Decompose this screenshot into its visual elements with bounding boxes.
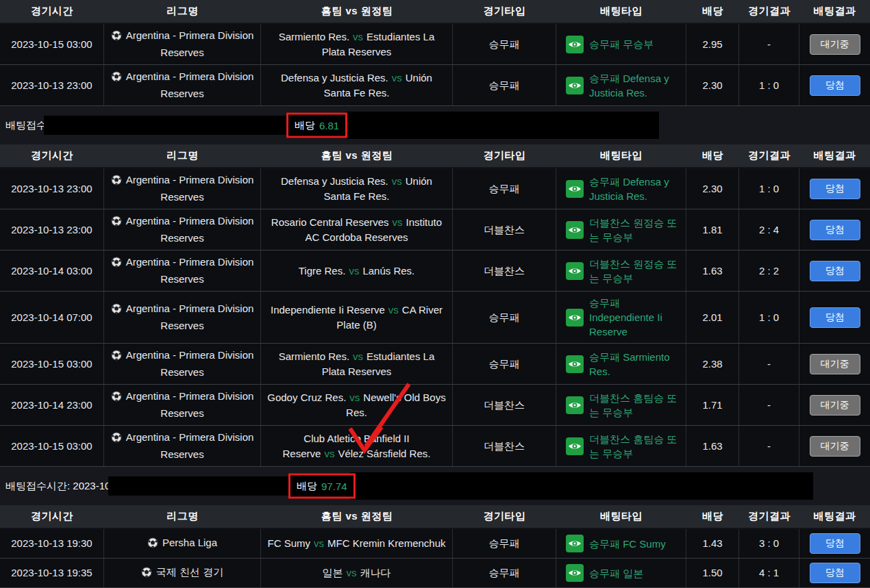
league-cell: 국제 친선 경기 [104,559,261,587]
match-time-cell: 2023-10-13 23:00 [0,168,104,209]
soccer-ball-icon [147,537,158,552]
game-type-cell: 승무패 [453,65,556,105]
column-header: 배팅결과 [799,144,870,167]
teams-cell: Club Atletico Banfield II ReservevsVélez… [261,426,453,466]
match-result-cell: - [739,426,799,466]
league-name: Argentina - Primera Division Reserves [126,256,254,285]
table-row: 2023-10-13 23:00 Argentina - Primera Div… [0,168,870,209]
bet-result-button[interactable]: 당첨 [810,75,860,96]
eye-icon[interactable] [566,36,584,53]
bet-type-text: 더블찬스 원정승 또는 무승부 [589,216,680,244]
total-odds-label: 배당 [295,119,315,132]
league-name: Argentina - Primera Division Reserves [126,71,254,99]
soccer-ball-icon [111,175,122,190]
bet-result-button[interactable]: 대기중 [810,354,860,374]
bet-result-button[interactable]: 당첨 [810,563,860,583]
bet-type-text: 더블찬스 원정승 또는 무승부 [589,257,680,285]
league-cell: Argentina - Primera Division Reserves [104,24,261,64]
eye-icon[interactable] [566,396,584,414]
bet-type-cell: 승무패 Independiente Ii Reserve [556,292,686,343]
league-name: Argentina - Primera Division Reserves [126,390,254,419]
league-name: Argentina - Primera Division Reserves [126,303,254,331]
column-header: 홈팀 vs 원정팀 [261,0,453,23]
bet-type-cell: 승무패 Sarmiento Res. [556,344,686,384]
column-header: 경기타입 [453,0,556,23]
column-header: 배팅결과 [799,0,870,23]
odds-cell: 2.01 [686,292,739,343]
league-name: Argentina - Primera Division Reserves [126,174,254,203]
bet-type-cell: 더블찬스 홈팀승 또는 무승부 [556,426,686,466]
league-cell: Argentina - Primera Division Reserves [104,292,261,343]
eye-icon[interactable] [566,262,584,280]
bet-result-cell: 당첨 [799,209,870,250]
table-footer: 배팅접수시간: 2023-10 배당 97.74 [0,467,870,505]
bet-result-button[interactable]: 당첨 [810,533,860,554]
column-header: 경기타입 [453,144,556,167]
bet-type-cell: 승무패 Defensa y Justicia Res. [556,65,686,105]
soccer-ball-icon [111,432,122,447]
bet-result-button[interactable]: 당첨 [810,220,860,240]
column-header: 리그명 [104,0,261,23]
redaction-bar [350,472,813,500]
odds-cell: 2.95 [686,24,739,64]
odds-highlight-box: 배당 6.81 [286,113,347,138]
bet-type-cell: 더블찬스 원정승 또는 무승부 [556,209,686,250]
league-cell: Argentina - Primera Division Reserves [104,65,261,105]
eye-icon[interactable] [566,355,584,373]
eye-icon[interactable] [566,535,584,552]
eye-icon[interactable] [566,221,584,239]
eye-icon[interactable] [566,564,584,582]
match-result-cell: 4 : 1 [739,559,799,587]
home-team-name: Defensa y Justicia Res. [281,175,388,187]
table-body: 2023-10-13 19:30 Persha Liga FC SumyvsM [0,529,870,588]
eye-icon[interactable] [566,77,584,94]
home-team-name: Rosario Central Reserves [271,216,389,228]
match-time-cell: 2023-10-14 23:00 [0,385,104,425]
column-header: 배팅결과 [799,505,870,528]
match-result-cell: 1 : 0 [739,65,799,105]
home-team-name: Sarmiento Res. [279,350,349,362]
column-header: 배당 [686,144,739,167]
teams-cell: Tigre Res.vsLanús Res. [261,251,453,291]
betting-history-page: 경기시간리그명홈팀 vs 원정팀경기타입배팅타입배당경기결과배팅결과 2023-… [0,0,870,588]
vs-label: vs [392,72,402,84]
bet-result-cell: 대기중 [799,426,870,466]
bet-result-button[interactable]: 당첨 [810,179,860,199]
bet-type-text: 더블찬스 홈팀승 또는 무승부 [589,391,680,420]
odds-cell: 1.50 [686,559,739,587]
game-type-cell: 더블찬스 [453,251,556,291]
odds-cell: 2.30 [686,168,739,209]
game-type-cell: 승무패 [453,344,556,384]
bet-result-button[interactable]: 대기중 [810,34,860,55]
odds-highlight-box: 배당 97.74 [288,474,356,499]
bet-result-button[interactable]: 당첨 [810,307,860,328]
odds-cell: 1.43 [686,529,739,558]
total-odds-label: 배당 [297,480,317,493]
bet-result-button[interactable]: 당첨 [810,261,860,281]
column-header: 리그명 [104,505,261,528]
bet-result-button[interactable]: 대기중 [810,436,860,457]
column-header: 경기결과 [739,505,799,528]
away-team-name: MFC Kremin Kremenchuk [327,537,446,549]
bet-type-cell: 승무패 무승부 [556,24,686,64]
match-time-cell: 2023-10-13 23:00 [0,65,104,105]
odds-cell: 1.63 [686,251,739,291]
tables-container: 경기시간리그명홈팀 vs 원정팀경기타입배팅타입배당경기결과배팅결과 2023-… [0,0,870,588]
eye-icon[interactable] [566,309,584,327]
league-cell: Argentina - Primera Division Reserves [104,385,261,425]
eye-icon[interactable] [566,180,584,198]
redaction-bar [108,476,288,496]
redaction-bar [44,116,286,135]
eye-icon[interactable] [566,437,584,455]
league-name: 국제 친선 경기 [156,566,223,578]
vs-label: vs [314,537,324,549]
league-cell: Persha Liga [104,529,261,558]
bet-type-cell: 승무패 FC Sumy [556,529,686,558]
bet-result-button[interactable]: 대기중 [810,395,860,416]
bet-type-text: 승무패 FC Sumy [589,537,666,551]
column-header: 경기결과 [739,144,799,167]
table-row: 2023-10-15 03:00 Argentina - Primera Div… [0,344,870,385]
league-name: Argentina - Primera Division Reserves [126,215,254,244]
column-header: 배당 [686,0,739,23]
game-type-cell: 승무패 [453,529,556,558]
